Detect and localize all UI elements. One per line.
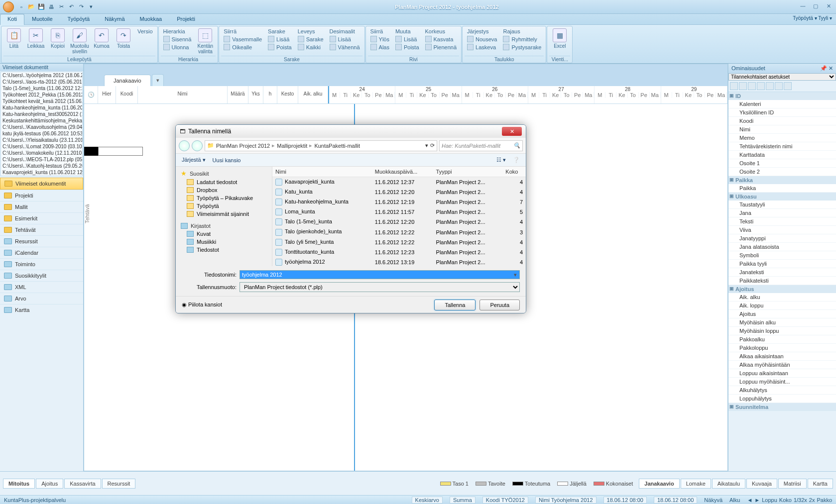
status-pakko[interactable]: Pakko — [817, 497, 832, 503]
tree-item[interactable]: Musiikki — [177, 238, 271, 246]
breadcrumb[interactable]: 📁 PlanMan Project 2012▸ Malliprojektit▸ … — [205, 140, 437, 151]
leikkaa-button[interactable]: ✂Leikkaa — [25, 27, 46, 50]
nouseva-button[interactable]: Nouseva — [465, 35, 499, 43]
file-row[interactable]: Talo (1-5me)_kunta11.6.2012 12:20PlanMan… — [272, 217, 526, 227]
minimize-button[interactable]: 一 — [798, 3, 807, 10]
des-lisää-button[interactable]: Lisää — [328, 35, 362, 43]
prop-item[interactable]: Janatyyppi — [728, 234, 836, 243]
bottom-tab[interactable]: Kartta — [808, 479, 833, 489]
file-row[interactable]: työohjelma 201218.6.2012 13:19PlanMan Pr… — [272, 257, 526, 266]
recent-doc-item[interactable]: Kaavaprojekti_kunta (11.06.2012 12:37) — [1, 169, 82, 176]
app-orb[interactable] — [3, 1, 14, 12]
status-scale[interactable]: 1/32x — [794, 497, 807, 503]
kopioi-button[interactable]: ⎘Kopioi — [47, 27, 68, 50]
row-handle[interactable] — [84, 147, 98, 156]
tree-item[interactable]: Tiedostot — [177, 246, 271, 254]
kork-kasvata-button[interactable]: Kasvata — [423, 35, 459, 43]
recent-doc-item[interactable]: Katu-hankeohjelma_test30052012 (11.06 — [1, 111, 82, 117]
nav-item[interactable]: Arvo — [0, 293, 83, 304]
col-tyyppi[interactable]: Tyyppi — [433, 167, 503, 177]
tree-item[interactable]: Työpöytä — [177, 202, 271, 210]
tab-projekti[interactable]: Projekti — [169, 14, 203, 24]
crumb-2[interactable]: KuntaPaketti-mallit — [314, 143, 360, 149]
qat-print-icon[interactable]: 🖶 — [47, 2, 56, 11]
sarake-poista-button[interactable]: Poista — [266, 43, 294, 51]
ylös-button[interactable]: Ylös — [368, 35, 391, 43]
prop-item[interactable]: Yksilöllinen ID — [728, 108, 836, 117]
prop-item[interactable]: Paikkateksti — [728, 277, 836, 285]
qat-save-icon[interactable]: 💾 — [37, 2, 46, 11]
properties-combo[interactable]: Tilannekohtaiset asetukset — [728, 73, 836, 81]
prop-item[interactable]: Alkaa aikaisintaan — [728, 352, 836, 361]
oikealle-button[interactable]: Oikealle — [222, 43, 264, 51]
qat-cut-icon[interactable]: ✂ — [57, 2, 66, 11]
tree-item[interactable]: Dropbox — [177, 186, 271, 194]
vasemmalle-button[interactable]: Vasemmalle — [222, 35, 264, 43]
liitä-button[interactable]: 📋Liitä — [3, 27, 24, 50]
prop-item[interactable]: Loppuu myöhäisint... — [728, 378, 836, 386]
recent-doc-item[interactable]: C:\Users\..\Katuohj-testaus (29.05.2012 — [1, 163, 82, 169]
file-row[interactable]: Talo (pienkohde)_kunta11.6.2012 12:22Pla… — [272, 227, 526, 237]
col-hier[interactable]: Hier — [98, 86, 116, 103]
versio-button[interactable]: Versio — [135, 28, 155, 35]
leveys-sarake-button[interactable]: Sarake — [296, 35, 326, 43]
bottom-tab[interactable]: Aikataulu — [712, 479, 745, 489]
sarake-lisää-button[interactable]: Lisää — [266, 35, 294, 43]
nav-item[interactable]: Mallit — [0, 201, 83, 212]
dialog-search[interactable]: Hae: KuntaPaketti-mallit🔍 — [439, 140, 523, 151]
recent-doc-item[interactable]: C:\Users\..\työohjelma 2012 (18.06.2012 — [1, 72, 82, 79]
maximize-button[interactable]: ▢ — [811, 3, 820, 10]
prop-item[interactable]: Memo — [728, 134, 836, 142]
tab-työpöytä[interactable]: Työpöytä — [60, 14, 98, 24]
prop-item[interactable]: Ajoitus — [728, 310, 836, 318]
qat-more-icon[interactable]: ▾ — [87, 2, 96, 11]
recent-doc-item[interactable]: Keskustankehittämisohjelma_Pekka (12.0 — [1, 117, 82, 124]
tree-item[interactable]: Viimeisimmät sijainnit — [177, 210, 271, 218]
prop-item[interactable]: Myöhäisin alku — [728, 318, 836, 327]
crumb-1[interactable]: Malliprojektit — [277, 143, 307, 149]
järjestä-button[interactable]: Järjestä ▾ — [182, 157, 206, 163]
recent-doc-item[interactable]: katu jkylä-testaus (06.06.2012 10:53) — [1, 130, 82, 137]
sisennä-button[interactable]: Sisennä — [161, 35, 194, 43]
prop-item[interactable]: Alkuhälytys — [728, 386, 836, 395]
refresh-icon[interactable]: ⟳ — [430, 142, 435, 149]
pt-icon-5[interactable] — [766, 82, 774, 90]
prop-item[interactable]: Symboli — [728, 251, 836, 260]
nav-item[interactable]: Suosikkityylit — [0, 270, 83, 281]
recent-doc-item[interactable]: C:\Users\..\laos-rta-2012 (05.06.2012 13… — [1, 79, 82, 85]
prop-item[interactable]: Viiva — [728, 226, 836, 234]
prop-item[interactable]: Pakkoloppu — [728, 344, 836, 352]
rivi-poista-button[interactable]: Poista — [393, 43, 421, 51]
cancel-button[interactable]: Peruuta — [479, 300, 520, 310]
help-icon[interactable]: ❔ — [513, 157, 520, 163]
file-row[interactable]: Talo (yli 5me)_kunta11.6.2012 12:22PlanM… — [272, 237, 526, 247]
recent-doc-item[interactable]: C:\Users\..\MEOS-TLA-2012.plp (05.06.2 — [1, 156, 82, 163]
pt-icon-6[interactable] — [775, 82, 783, 90]
bottom-tab[interactable]: Matriisi — [778, 479, 807, 489]
des-vähennä-button[interactable]: Vähennä — [328, 43, 362, 51]
bottom-tab[interactable]: Lomake — [681, 479, 711, 489]
recent-doc-item[interactable]: Työkohteet 2012_Pekka (15.06.2012 14: — [1, 92, 82, 98]
file-row[interactable]: Kaavaprojekti_kunta11.6.2012 12:37PlanMa… — [272, 177, 526, 188]
tree-favorites[interactable]: ★Suosikit — [177, 169, 271, 178]
prop-group[interactable]: Ulkoasu — [728, 193, 836, 201]
prop-item[interactable]: Osoite 2 — [728, 168, 836, 176]
prop-item[interactable]: Taustatyyli — [728, 201, 836, 209]
status-loppu[interactable]: Loppu — [762, 497, 777, 503]
prop-group[interactable]: Paikka — [728, 176, 836, 184]
prop-item[interactable]: Myöhäisin loppu — [728, 327, 836, 335]
prop-item[interactable]: Tehtävärekisterin nimi — [728, 142, 836, 151]
file-row[interactable]: Loma_kunta11.6.2012 11:57PlanMan Project… — [272, 207, 526, 217]
uusi-kansio-button[interactable]: Uusi kansio — [213, 157, 241, 163]
prop-item[interactable]: Janateksti — [728, 268, 836, 277]
laskeva-button[interactable]: Laskeva — [465, 43, 499, 51]
col-nimi[interactable]: Nimi — [138, 86, 228, 103]
recent-doc-item[interactable]: C:\Users\..\Kaavoitusohjelma (29.04.201 — [1, 124, 82, 130]
status-arrow-right[interactable]: ► — [754, 497, 760, 503]
col-yks[interactable]: Yks — [248, 86, 263, 103]
bottom-tab[interactable]: Ajoitus — [36, 479, 63, 489]
prop-item[interactable]: Kalenteri — [728, 100, 836, 108]
muotoilu-button[interactable]: 🖌Muotoilu sivellin — [69, 27, 90, 55]
col-kesto[interactable]: Kesto — [277, 86, 298, 103]
prop-item[interactable]: Loppuhälytys — [728, 395, 836, 403]
